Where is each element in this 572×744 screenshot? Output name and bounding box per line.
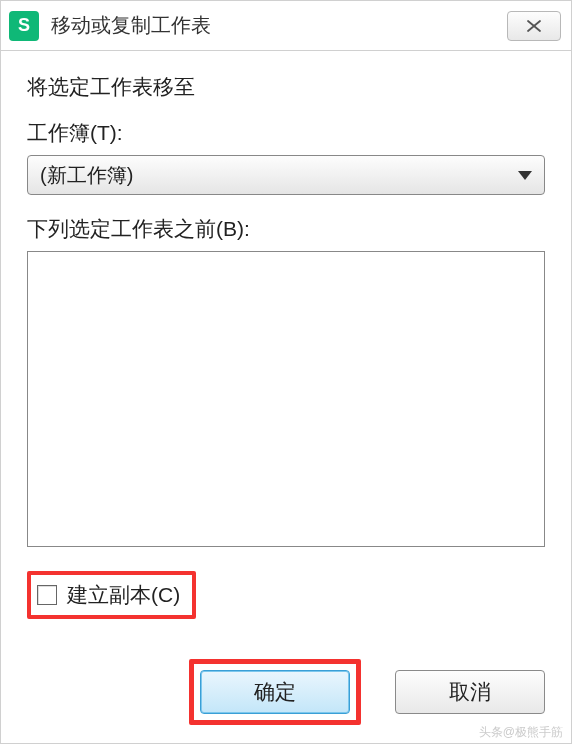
before-sheet-label: 下列选定工作表之前(B): <box>27 215 545 243</box>
workbook-combobox[interactable]: (新工作簿) <box>27 155 545 195</box>
ok-highlight: 确定 <box>189 659 361 725</box>
dialog-title: 移动或复制工作表 <box>51 12 211 39</box>
close-button[interactable] <box>507 11 561 41</box>
cancel-button[interactable]: 取消 <box>395 670 545 714</box>
chevron-down-icon <box>518 171 532 180</box>
move-to-label: 将选定工作表移至 <box>27 73 545 101</box>
button-row: 确定 取消 <box>189 659 545 725</box>
create-copy-row[interactable]: 建立副本(C) <box>27 571 196 619</box>
create-copy-checkbox[interactable] <box>37 585 57 605</box>
workbook-selected-value: (新工作簿) <box>40 162 133 189</box>
close-icon <box>525 19 543 33</box>
create-copy-label: 建立副本(C) <box>67 581 180 609</box>
ok-button[interactable]: 确定 <box>200 670 350 714</box>
title-bar: S 移动或复制工作表 <box>1 1 571 51</box>
workbook-label: 工作簿(T): <box>27 119 545 147</box>
move-or-copy-dialog: S 移动或复制工作表 将选定工作表移至 工作簿(T): (新工作簿) 下列选定工… <box>0 0 572 744</box>
watermark: 头条@极熊手筋 <box>479 724 563 741</box>
ok-button-label: 确定 <box>254 678 296 706</box>
app-icon-letter: S <box>18 15 30 36</box>
dialog-body: 将选定工作表移至 工作簿(T): (新工作簿) 下列选定工作表之前(B): 建立… <box>1 51 571 619</box>
cancel-button-label: 取消 <box>449 678 491 706</box>
sheet-listbox[interactable] <box>27 251 545 547</box>
app-icon: S <box>9 11 39 41</box>
